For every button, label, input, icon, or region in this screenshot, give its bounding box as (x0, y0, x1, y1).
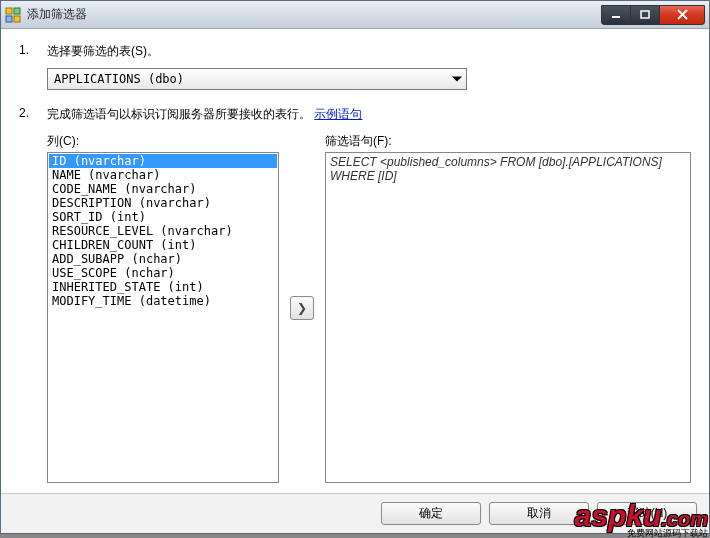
svg-rect-5 (641, 11, 649, 18)
footer: 确定 取消 帮助(H) (1, 493, 709, 533)
step-1: 1. 选择要筛选的表(S)。 (19, 43, 691, 60)
step-1-text: 选择要筛选的表(S)。 (47, 43, 691, 60)
list-item[interactable]: SORT_ID (int) (49, 210, 277, 224)
step-1-number: 1. (19, 43, 47, 60)
svg-rect-4 (612, 16, 620, 18)
table-select-combo[interactable]: APPLICATIONS (dbo) (47, 68, 467, 90)
columns-panel: 列(C): ID (nvarchar)NAME (nvarchar)CODE_N… (47, 133, 279, 483)
list-item[interactable]: DESCRIPTION (nvarchar) (49, 196, 277, 210)
list-item[interactable]: CHILDREN_COUNT (int) (49, 238, 277, 252)
dialog-window: 添加筛选器 1. 选择要筛选的表(S)。 APPLICATIONS (dbo) … (0, 0, 710, 534)
window-title: 添加筛选器 (27, 6, 602, 23)
list-item[interactable]: CODE_NAME (nvarchar) (49, 182, 277, 196)
list-item[interactable]: USE_SCOPE (nchar) (49, 266, 277, 280)
panels: 列(C): ID (nvarchar)NAME (nvarchar)CODE_N… (47, 133, 691, 483)
window-buttons (602, 5, 705, 25)
minimize-button[interactable] (601, 5, 631, 25)
list-item[interactable]: INHERITED_STATE (int) (49, 280, 277, 294)
move-right-button[interactable]: ❯ (290, 296, 314, 320)
app-icon (5, 7, 21, 23)
filter-statement-textbox[interactable]: SELECT <published_columns> FROM [dbo].[A… (325, 152, 691, 483)
svg-rect-2 (6, 16, 12, 22)
svg-rect-0 (6, 8, 12, 14)
step-2-prefix: 完成筛选语句以标识订阅服务器所要接收的表行。 (47, 107, 311, 121)
step-2-text: 完成筛选语句以标识订阅服务器所要接收的表行。 示例语句 (47, 106, 691, 123)
svg-rect-3 (14, 16, 20, 22)
list-item[interactable]: RESOURCE_LEVEL (nvarchar) (49, 224, 277, 238)
list-item[interactable]: NAME (nvarchar) (49, 168, 277, 182)
content-area: 1. 选择要筛选的表(S)。 APPLICATIONS (dbo) 2. 完成筛… (1, 29, 709, 493)
close-button[interactable] (659, 5, 705, 25)
list-item[interactable]: ID (nvarchar) (49, 154, 277, 168)
maximize-button[interactable] (630, 5, 660, 25)
table-select-value: APPLICATIONS (dbo) (54, 72, 184, 86)
svg-rect-1 (14, 8, 20, 14)
cancel-button[interactable]: 取消 (489, 502, 589, 525)
chevron-down-icon (452, 77, 462, 82)
titlebar[interactable]: 添加筛选器 (1, 1, 709, 29)
list-item[interactable]: MODIFY_TIME (datetime) (49, 294, 277, 308)
columns-label: 列(C): (47, 133, 279, 150)
columns-listbox[interactable]: ID (nvarchar)NAME (nvarchar)CODE_NAME (n… (47, 152, 279, 483)
ok-button[interactable]: 确定 (381, 502, 481, 525)
filter-label: 筛选语句(F): (325, 133, 691, 150)
help-button[interactable]: 帮助(H) (597, 502, 697, 525)
move-column-panel: ❯ (287, 133, 317, 483)
list-item[interactable]: ADD_SUBAPP (nchar) (49, 252, 277, 266)
chevron-right-icon: ❯ (297, 301, 307, 315)
step-2: 2. 完成筛选语句以标识订阅服务器所要接收的表行。 示例语句 (19, 106, 691, 123)
step-2-number: 2. (19, 106, 47, 123)
filter-panel: 筛选语句(F): SELECT <published_columns> FROM… (325, 133, 691, 483)
example-statement-link[interactable]: 示例语句 (314, 107, 362, 121)
